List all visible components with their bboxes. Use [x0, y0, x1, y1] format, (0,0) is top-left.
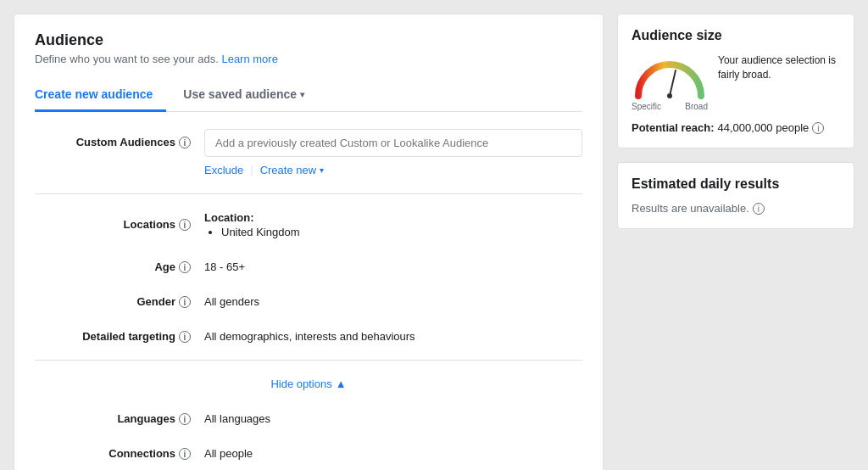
estimated-daily-card: Estimated daily results Results are unav… — [617, 162, 854, 229]
tab-create-new[interactable]: Create new audience — [35, 79, 166, 112]
use-saved-dropdown-arrow: ▾ — [300, 90, 304, 99]
connections-value: All people — [204, 440, 582, 460]
gender-label: Gender i — [35, 288, 204, 308]
specific-label: Specific — [632, 102, 661, 111]
estimated-info-icon[interactable]: i — [753, 203, 765, 215]
action-divider: | — [250, 164, 253, 176]
age-value: 18 - 65+ — [204, 254, 582, 273]
location-heading: Location: — [204, 211, 254, 224]
gender-info-icon[interactable]: i — [179, 296, 191, 308]
gauge-description: Your audience selection is fairly broad. — [718, 53, 840, 82]
gauge-chart — [632, 53, 708, 100]
gauge-section: Specific Broad Your audience selection i… — [632, 53, 840, 111]
section-header: Audience Define who you want to see your… — [35, 31, 582, 65]
estimated-daily-title: Estimated daily results — [632, 176, 840, 192]
audience-size-title: Audience size — [632, 28, 840, 43]
age-label: Age i — [35, 254, 204, 273]
location-item: United Kingdom — [221, 226, 582, 238]
hide-options-arrow: ▲ — [336, 378, 347, 390]
age-info-icon[interactable]: i — [179, 261, 191, 273]
gauge-wrapper: Specific Broad — [632, 53, 708, 111]
potential-reach-info-icon[interactable]: i — [812, 122, 824, 134]
gender-value: All genders — [204, 288, 582, 308]
hide-options-row: Hide options ▲ — [35, 378, 582, 390]
learn-more-link[interactable]: Learn more — [221, 53, 277, 65]
languages-row: Languages i All languages — [35, 406, 582, 425]
main-panel: Audience Define who you want to see your… — [14, 14, 604, 470]
tabs-container: Create new audience Use saved audience ▾ — [35, 79, 582, 112]
exclude-link[interactable]: Exclude — [204, 164, 243, 176]
locations-row: Locations i Location: United Kingdom — [35, 211, 582, 238]
detailed-targeting-info-icon[interactable]: i — [179, 331, 191, 343]
potential-reach: Potential reach: 44,000,000 people i — [632, 121, 840, 134]
detailed-targeting-label: Detailed targeting i — [35, 323, 204, 343]
connections-row: Connections i All people — [35, 440, 582, 460]
gauge-svg — [632, 53, 708, 100]
svg-point-1 — [667, 93, 672, 98]
custom-audiences-info-icon[interactable]: i — [179, 137, 191, 148]
connections-label: Connections i — [35, 440, 204, 460]
locations-content: Location: United Kingdom — [204, 211, 582, 238]
section-title: Audience — [35, 31, 582, 49]
audience-actions: Exclude | Create new ▾ — [204, 164, 582, 176]
connections-info-icon[interactable]: i — [179, 448, 191, 460]
age-row: Age i 18 - 65+ — [35, 254, 582, 273]
custom-audiences-content: Exclude | Create new ▾ — [204, 129, 582, 176]
broad-label: Broad — [685, 102, 708, 111]
detailed-targeting-row: Detailed targeting i All demographics, i… — [35, 323, 582, 343]
divider-2 — [35, 360, 582, 361]
divider-1 — [35, 193, 582, 194]
custom-audiences-row: Custom Audiences i Exclude | Create new … — [35, 129, 582, 176]
languages-value: All languages — [204, 406, 582, 425]
gauge-labels: Specific Broad — [632, 102, 708, 111]
languages-info-icon[interactable]: i — [179, 413, 191, 425]
hide-options-button[interactable]: Hide options ▲ — [270, 378, 346, 390]
create-new-arrow: ▾ — [320, 165, 324, 175]
section-subtitle: Define who you want to see your ads. Lea… — [35, 53, 582, 65]
locations-info-icon[interactable]: i — [179, 219, 191, 231]
location-list: United Kingdom — [204, 226, 582, 238]
gender-row: Gender i All genders — [35, 288, 582, 308]
languages-label: Languages i — [35, 406, 204, 425]
audience-size-card: Audience size — [617, 14, 854, 148]
sidebar-panel: Audience size — [617, 14, 854, 470]
detailed-targeting-value: All demographics, interests and behaviou… — [204, 323, 582, 343]
custom-audiences-label: Custom Audiences i — [35, 129, 204, 148]
locations-label: Locations i — [35, 211, 204, 231]
tab-use-saved[interactable]: Use saved audience ▾ — [183, 79, 318, 112]
estimated-daily-value: Results are unavailable. i — [632, 202, 840, 215]
custom-audience-input[interactable] — [204, 129, 582, 157]
create-new-button[interactable]: Create new ▾ — [260, 164, 324, 176]
svg-line-0 — [670, 70, 676, 96]
